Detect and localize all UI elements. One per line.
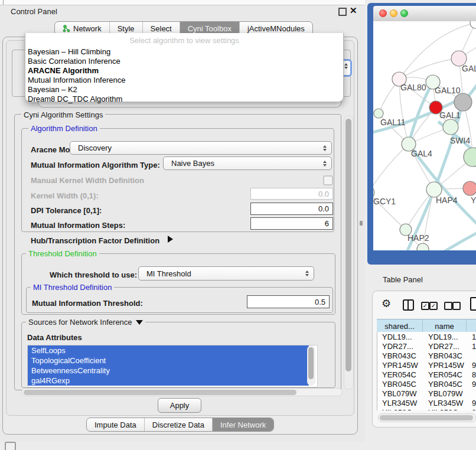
bottom-tabbar: Impute Data Discretize Data Infer Networ… [86,418,274,432]
list-item[interactable]: SelfLoops [28,345,309,356]
select-all-checkbox-icon[interactable] [429,302,438,310]
list-item[interactable]: BetweennessCentrality [28,366,309,376]
mi-threshold-value: 0.5 [315,298,325,306]
cell-value: 9 [467,408,476,411]
network-node[interactable] [443,119,458,135]
dropdown-item[interactable]: Bayesian – K2 [28,85,77,94]
settings-vertical-scrollbar-thumb[interactable] [345,119,351,371]
table-row[interactable]: YIL053CYIL053C9 [377,407,476,410]
list-vertical-scrollbar[interactable] [307,345,315,386]
aracne-mode-value: Discovery [78,144,112,152]
cell-name: YBR043C [423,351,467,360]
which-threshold-label: Which threshold to use: [50,270,137,279]
dpi-tolerance-label: DPI Tolerance [0,1]: [31,206,102,215]
network-canvas[interactable]: GALGAL80GAL10GAL1GAL11GAL4SWI4HAP4YGCY1H… [373,21,476,250]
cell-name: YIL053C [423,408,467,411]
dropdown-item[interactable]: Basic Correlation Inference [28,57,120,66]
table-row[interactable]: YER054CYER054C8. [377,370,476,379]
panel-splitter-handle[interactable] [360,221,363,226]
list-vertical-scrollbar-thumb[interactable] [308,347,314,379]
dock-mini-button[interactable] [5,442,16,450]
aracne-mode-combobox[interactable]: Discovery [70,141,332,155]
dropdown-item[interactable]: Bayesian – Hill Climbing [28,47,110,56]
application-window: Control Panel galFiltered.sif default no… [0,0,476,450]
network-node[interactable] [454,93,472,111]
mi-steps-field[interactable]: 6 [250,217,333,230]
dropdown-item[interactable]: Mutual Information Inference [28,76,125,84]
table-horizontal-scrollbar[interactable] [378,413,476,422]
table-row[interactable]: YBR045CYBR045C9. [377,379,476,389]
table-row[interactable]: YDL19...YDL19...13 [377,332,476,341]
cell-shared-name: YDL19... [377,332,423,341]
network-graph[interactable]: GALGAL80GAL10GAL1GAL11GAL4SWI4HAP4YGCY1H… [373,21,476,250]
mi-threshold-field[interactable]: 0.5 [247,295,330,308]
data-attributes-list[interactable]: SelfLoops TopologicalCoefficient Between… [27,345,318,387]
network-window-titlebar[interactable] [373,6,476,22]
node-label: GCY1 [373,197,396,206]
zoom-traffic-light-icon[interactable] [400,9,408,17]
cell-shared-name: YBL079W [377,389,423,398]
list-item[interactable]: TopologicalCoefficient [28,356,309,366]
select-all-checkbox-icon[interactable] [421,302,429,310]
sources-title-text: Sources for Network Inference [28,318,132,327]
network-node[interactable] [470,21,476,28]
network-icon [63,25,70,32]
expand-arrow-icon[interactable] [168,236,173,243]
table-horizontal-scrollbar-thumb[interactable] [380,415,473,420]
tab-infer-network-label: Infer Network [220,420,266,429]
close-traffic-light-icon[interactable] [379,9,387,17]
collapse-arrow-icon[interactable] [136,320,143,325]
dropdown-item[interactable]: Dream8 DC_TDC Algorithm [28,94,122,103]
spinner-arrows-icon [323,145,327,151]
column-header-name[interactable]: name [423,319,467,332]
network-node[interactable] [374,109,383,118]
tab-select-label: Select [151,24,172,33]
table-row[interactable]: YPR145WYPR145W9. [377,360,476,370]
tab-discretize-data[interactable]: Discretize Data [144,418,212,431]
close-icon[interactable] [350,5,357,16]
network-edge[interactable] [373,144,409,193]
cell-value: 9. [467,380,476,389]
column-header-shared-name[interactable]: shared... [377,319,423,332]
deselect-all-checkbox-icon[interactable] [452,302,461,310]
deselect-all-checkbox-icon[interactable] [444,302,452,310]
column-layout-icon[interactable] [403,299,414,311]
node-label: GAL [462,64,476,73]
list-item[interactable]: gal4RGexp [28,376,309,386]
settings-vertical-scrollbar[interactable] [344,116,354,390]
algorithm-definition-title: Algorithm Definition [28,124,100,133]
tab-infer-network[interactable]: Infer Network [212,418,273,431]
dpi-tolerance-field[interactable]: 0.0 [250,203,333,215]
manual-kernel-checkbox[interactable] [323,175,333,185]
new-table-icon[interactable] [470,297,476,311]
mi-type-combobox[interactable]: Naive Bayes [163,156,332,170]
tab-impute-data[interactable]: Impute Data [87,418,144,431]
minimize-traffic-light-icon[interactable] [390,9,397,17]
node-label: GAL4 [411,149,432,158]
table-row[interactable]: YBR043CYBR043C [377,351,476,360]
table-row[interactable]: YDR27...YDR27...12 [377,341,476,351]
hub-definition-label: Hub/Transcription Factor Definition [31,236,159,245]
spinner-arrows-icon [305,270,309,276]
network-node[interactable] [463,181,476,195]
network-edge[interactable] [444,231,476,250]
kernel-width-field[interactable]: 0.0 [250,188,333,200]
table-row[interactable]: YLR345WYLR345W9. [377,398,476,407]
column-header-partial[interactable]: A [467,319,476,332]
network-node[interactable] [417,243,429,250]
cell-shared-name: YIL053C [377,408,423,411]
cell-name: YER054C [423,370,467,379]
cell-shared-name: YBR045C [377,380,423,389]
gear-icon[interactable] [382,297,391,310]
dropdown-item-selected[interactable]: ARACNE Algorithm [28,66,99,75]
mi-threshold-label: Mutual Information Threshold: [32,299,143,308]
top-tick [3,0,4,5]
settings-horizontal-scrollbar[interactable] [21,388,343,396]
table-row[interactable]: YBL079WYBL079W [377,389,476,398]
settings-horizontal-scrollbar-thumb[interactable] [24,390,296,395]
data-attributes-label: Data Attributes [27,333,82,342]
which-threshold-combobox[interactable]: MI Threshold [138,266,314,281]
apply-button[interactable]: Apply [158,398,201,413]
float-window-icon[interactable] [338,8,347,16]
dpi-tolerance-value: 0.0 [318,204,329,213]
